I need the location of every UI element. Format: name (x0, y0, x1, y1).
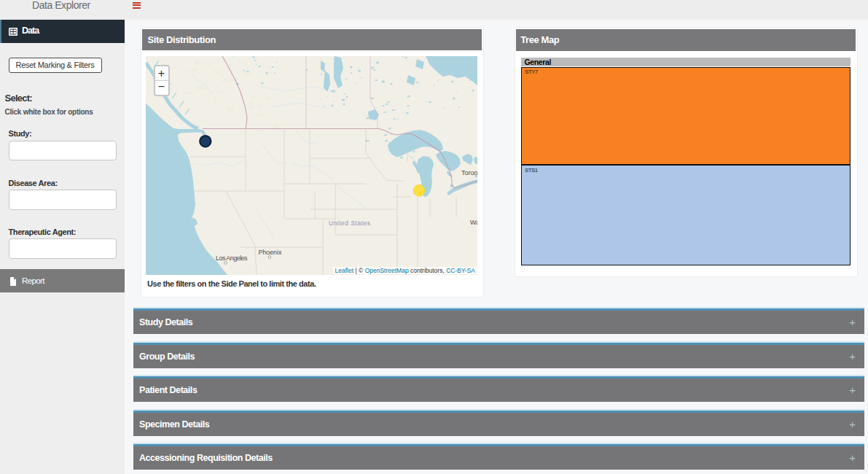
svg-text:United States: United States (329, 219, 371, 227)
svg-text:Los Angeles: Los Angeles (216, 255, 248, 262)
svg-text:Toronto: Toronto (461, 169, 477, 176)
svg-text:Wash: Wash (470, 219, 477, 226)
svg-text:Phoenix: Phoenix (259, 249, 282, 256)
